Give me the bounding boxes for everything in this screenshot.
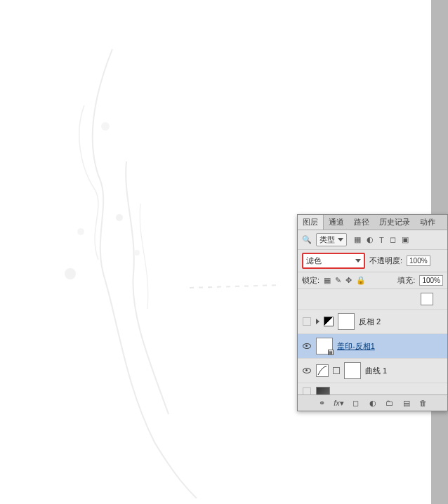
tab-channels[interactable]: 通道 [324, 215, 349, 230]
filter-type-icon[interactable]: T [379, 236, 384, 244]
fill-input[interactable]: 100% [419, 275, 443, 286]
link-icon [333, 367, 340, 374]
filter-smart-icon[interactable]: ▣ [402, 235, 409, 244]
fill-label: 填充: [397, 275, 415, 286]
blend-mode-row: 滤色 不透明度: 100% [298, 250, 447, 272]
delete-icon[interactable]: 🗑 [419, 398, 428, 408]
lock-transparency-icon[interactable]: ▦ [324, 276, 331, 285]
blend-mode-select[interactable]: 滤色 [302, 253, 365, 269]
clip-indicator-icon [316, 319, 319, 324]
kind-label: 类型 [319, 234, 335, 245]
layer-thumb: ▦ [316, 338, 333, 354]
tab-actions[interactable]: 动作 [415, 215, 440, 230]
layer-name: 反相 2 [359, 317, 381, 327]
filter-pixel-icon[interactable]: ▦ [354, 235, 361, 244]
layer-row[interactable] [298, 289, 447, 310]
tab-layers[interactable]: 图层 [298, 215, 324, 230]
panel-footer: ⚭ fx▾ ◻ ◐ 🗀 ▤ 🗑 [298, 394, 447, 411]
curves-icon [316, 364, 329, 377]
chevron-down-icon [338, 238, 343, 241]
layer-thumb [316, 387, 330, 394]
layer-row-hidden[interactable] [298, 383, 447, 394]
visibility-toggle[interactable] [302, 317, 312, 326]
chevron-down-icon [355, 259, 361, 263]
lock-position-icon[interactable]: ✥ [345, 276, 352, 285]
opacity-input[interactable]: 100% [407, 256, 430, 266]
layer-row-stamp-invert1[interactable]: ▦ 盖印-反相1 [298, 334, 447, 359]
tab-paths[interactable]: 路径 [349, 215, 374, 230]
lock-all-icon[interactable]: 🔒 [356, 276, 366, 285]
search-icon: 🔍 [302, 235, 312, 244]
layers-panel: 图层 通道 路径 历史记录 动作 🔍 类型 ▦ ◐ T ◻ ▣ 滤色 不透明度:… [297, 214, 448, 411]
layer-mask-thumb [421, 293, 433, 305]
visibility-toggle[interactable] [302, 341, 312, 351]
filter-type-row: 🔍 类型 ▦ ◐ T ◻ ▣ [298, 230, 447, 250]
opacity-label: 不透明度: [369, 256, 402, 266]
layers-list: 反相 2 ▦ 盖印-反相1 曲线 1 [298, 289, 447, 394]
panel-tabs: 图层 通道 路径 历史记录 动作 [298, 215, 447, 230]
new-layer-icon[interactable]: ▤ [402, 398, 411, 408]
filter-icons: ▦ ◐ T ◻ ▣ [351, 235, 411, 244]
layer-kind-select[interactable]: 类型 [316, 233, 347, 246]
blend-mode-value: 滤色 [306, 256, 322, 266]
visibility-toggle[interactable] [302, 387, 312, 394]
layer-mask-thumb [344, 362, 361, 379]
layer-name: 盖印-反相1 [337, 341, 375, 352]
visibility-toggle[interactable] [302, 366, 312, 376]
filter-adjust-icon[interactable]: ◐ [367, 235, 374, 244]
lock-label: 锁定: [302, 275, 319, 286]
adjustment-new-icon[interactable]: ◐ [368, 398, 378, 408]
fx-icon[interactable]: fx▾ [334, 398, 344, 408]
layer-row-invert2[interactable]: 反相 2 [298, 310, 447, 334]
tab-history[interactable]: 历史记录 [374, 215, 415, 230]
lock-pixels-icon[interactable]: ✎ [335, 276, 341, 285]
mask-icon[interactable]: ◻ [351, 398, 361, 408]
link-layers-icon[interactable]: ⚭ [317, 398, 327, 408]
filter-shape-icon[interactable]: ◻ [390, 235, 396, 244]
adjustment-icon [324, 317, 334, 326]
layer-name: 曲线 1 [365, 366, 387, 376]
lock-row: 锁定: ▦ ✎ ✥ 🔒 填充: 100% [298, 272, 447, 289]
layer-row-curves1[interactable]: 曲线 1 [298, 359, 447, 383]
layer-mask-thumb [338, 313, 355, 330]
group-icon[interactable]: 🗀 [385, 398, 395, 408]
